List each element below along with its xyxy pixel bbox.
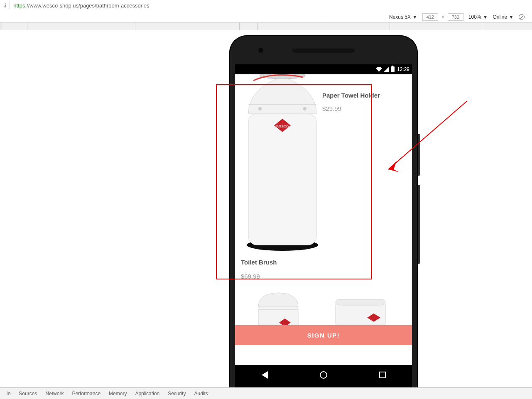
nav-recents-button[interactable] [378,370,387,379]
page-url[interactable]: https://www.wesco-shop.us/pages/bathroom… [13,2,149,9]
svg-rect-1 [248,114,316,245]
phone-camera-icon [258,48,263,53]
mobile-page[interactable]: WESCO Paper Towel Holder $29.99 Toilet B… [235,74,412,365]
separator [10,2,10,9]
dimension-separator: × [441,14,444,20]
product-price: $29.99 [322,105,341,112]
android-status-bar: 12:29 [235,64,412,74]
zoom-select[interactable]: 100% ▼ [468,14,488,20]
devtools-canvas: 12:29 [0,30,532,382]
svg-rect-14 [336,299,385,305]
phone-side-button [418,185,420,264]
devtools-tab-memory[interactable]: Memory [105,391,131,397]
square-recents-icon [379,372,386,378]
product-price: $69.99 [241,273,260,280]
svg-point-5 [303,107,306,110]
url-path: ://www.wesco-shop.us/pages/bathroom-acce… [25,2,149,9]
devtools-device-toolbar: Nexus 5X ▼ × 100% ▼ Online ▼ [0,11,532,23]
wifi-icon [376,67,382,72]
devtools-tab-audits[interactable]: Audits [190,391,212,397]
viewport-dimensions: × [422,13,463,21]
status-time: 12:29 [397,66,409,72]
throttle-label: Online [493,14,507,20]
caret-down-icon: ▼ [483,14,488,20]
nav-back-button[interactable] [260,370,269,379]
phone-speaker-icon [292,49,355,53]
throttle-select[interactable]: Online ▼ [493,14,514,20]
devtools-tab-sources[interactable]: Sources [15,391,41,397]
device-select[interactable]: Nexus 5X ▼ [389,14,417,20]
device-screen: 12:29 [235,64,412,390]
device-frame: 12:29 [229,35,418,390]
devtools-tab-performance[interactable]: Performance [68,391,105,397]
svg-text:WESCO: WESCO [276,125,289,128]
android-nav-bar [235,365,412,385]
nav-home-button[interactable] [319,370,328,379]
devtools-tab-security[interactable]: Security [164,391,190,397]
product-title[interactable]: Paper Towel Holder [322,92,380,99]
viewport-width-input[interactable] [422,13,438,21]
devtools-tabs: le Sources Network Performance Memory Ap… [0,387,532,399]
circle-home-icon [320,371,327,379]
rotate-icon [519,14,525,20]
zoom-label: 100% [468,14,481,20]
caret-down-icon: ▼ [412,14,417,20]
product-title[interactable]: Toilet Brush [241,259,277,266]
product-image-toilet-brush[interactable]: WESCO [241,74,324,251]
signup-button[interactable]: SIGN UP! [235,325,412,345]
browser-url-bar: й https://www.wesco-shop.us/pages/bathro… [0,0,532,11]
battery-icon [391,66,395,72]
caret-down-icon: ▼ [509,14,514,20]
device-name-label: Nexus 5X [389,14,411,20]
devtools-tab-network[interactable]: Network [41,391,68,397]
rotate-button[interactable] [519,14,525,20]
triangle-back-icon [262,371,268,379]
phone-side-button [418,134,420,176]
url-protocol: https [13,2,25,9]
devtools-tab-application[interactable]: Application [131,391,164,397]
svg-point-4 [258,107,262,110]
devtools-ruler [0,23,532,30]
viewport-height-input[interactable] [448,13,463,21]
trunc-left: й [3,2,6,9]
devtools-tab[interactable]: le [2,391,15,397]
cell-signal-icon [384,67,389,72]
